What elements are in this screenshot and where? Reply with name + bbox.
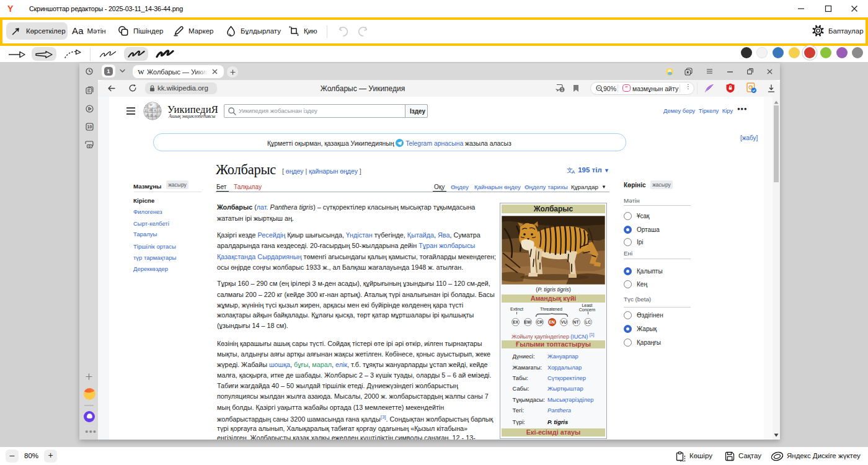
svg-text:W: W — [149, 103, 153, 107]
svg-text:И: И — [157, 105, 160, 108]
svg-text:Φ: Φ — [151, 113, 153, 117]
svg-text:维: 维 — [149, 108, 153, 112]
svg-text:Д: Д — [146, 113, 149, 117]
svg-text:A: A — [154, 108, 156, 112]
svg-text:A: A — [572, 169, 575, 174]
svg-text:W: W — [138, 68, 144, 76]
svg-text:10: 10 — [87, 125, 92, 129]
svg-text:Ω: Ω — [146, 104, 148, 107]
svg-text:1: 1 — [560, 87, 563, 92]
svg-text:ん: ん — [158, 108, 161, 112]
